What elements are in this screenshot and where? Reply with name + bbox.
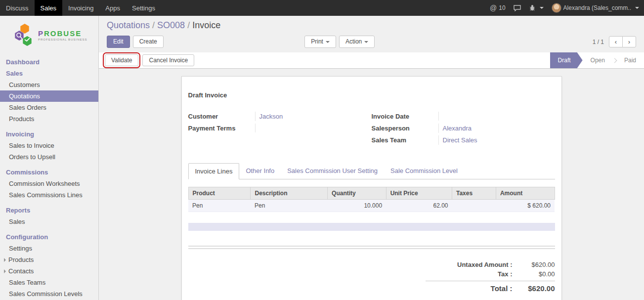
statusbar: Validate Cancel Invoice Draft Open Paid [99, 52, 644, 69]
validate-button[interactable]: Validate [105, 54, 138, 66]
sidebar-item-config-contacts[interactable]: Contacts [0, 265, 98, 277]
sidebar-item-config-products[interactable]: Products [0, 254, 98, 265]
sidebar-item-quotations[interactable]: Quotations [0, 90, 98, 102]
user-menu[interactable]: Alexandra (Sales_comm.. [552, 3, 639, 13]
action-dropdown-button[interactable]: Action [339, 36, 375, 47]
sidebar-item-label: Contacts [8, 267, 34, 275]
sidebar-item-sales-orders[interactable]: Sales Orders [0, 102, 98, 113]
pager-previous-button[interactable]: ‹ [609, 36, 623, 48]
messages-icon[interactable] [514, 5, 521, 11]
breadcrumb: Quotations/SO008/Invoice [107, 20, 636, 31]
app-menu-invoicing[interactable]: Invoicing [62, 0, 99, 16]
sidebar-section-reports[interactable]: Reports [0, 205, 98, 216]
pager: 1 / 1 ‹ › [593, 36, 636, 48]
user-name: Alexandra (Sales_comm.. [563, 4, 631, 11]
sidebar-item-customers[interactable]: Customers [0, 79, 98, 90]
invoice-date-label: Invoice Date [372, 112, 438, 120]
cell-amount: $ 620.00 [496, 200, 555, 212]
sidebar-section-dashboard[interactable]: Dashboard [0, 56, 98, 68]
sidebar-item-orders-to-upsell[interactable]: Orders to Upsell [0, 151, 98, 163]
customer-value[interactable]: Jackson [255, 112, 372, 121]
sidebar-item-sales-to-invoice[interactable]: Sales to Invoice [0, 140, 98, 151]
chevron-down-icon [326, 41, 330, 43]
invoice-title: Draft Invoice [188, 91, 555, 99]
sidebar-item-products[interactable]: Products [0, 113, 98, 125]
action-label: Action [345, 38, 362, 45]
app-menu-settings[interactable]: Settings [126, 0, 161, 16]
sidebar-section-sales[interactable]: Sales [0, 68, 98, 79]
field-group-left: Customer Jackson Payment Terms [188, 112, 372, 147]
column-header-description[interactable]: Description [251, 187, 328, 200]
user-menu-caret-icon [635, 7, 639, 9]
pager-next-button[interactable]: › [622, 36, 636, 48]
chevron-right-icon: › [628, 38, 630, 45]
payment-terms-value[interactable] [255, 124, 372, 132]
cell-description: Pen [251, 200, 328, 212]
print-dropdown-button[interactable]: Print [304, 36, 336, 47]
breadcrumb-quotations[interactable]: Quotations [107, 20, 150, 30]
salesperson-label: Salesperson [372, 124, 438, 132]
totals-block: Untaxed Amount : $620.00 Tax : $0.00 Tot… [426, 260, 555, 294]
debug-menu-icon[interactable] [529, 4, 544, 11]
invoice-lines-table: Product Description Quantity Unit Price … [188, 187, 555, 212]
customer-label: Customer [188, 112, 255, 120]
sidebar-item-label: Products [8, 256, 34, 263]
app-menu-discuss[interactable]: Discuss [0, 0, 35, 16]
list-footer-separator [188, 246, 555, 249]
cell-product: Pen [188, 200, 251, 212]
tab-other-info[interactable]: Other Info [239, 163, 281, 179]
column-header-unit-price[interactable]: Unit Price [386, 187, 452, 200]
sidebar-section-configuration[interactable]: Configuration [0, 231, 98, 243]
sidebar-menu: Dashboard Sales Customers Quotations Sal… [0, 50, 98, 300]
expand-arrow-icon [4, 269, 6, 273]
breadcrumb-separator: / [152, 20, 155, 30]
empty-line-row[interactable] [188, 223, 555, 231]
column-header-taxes[interactable]: Taxes [452, 187, 496, 200]
topbar-systray: @ 10 Alexandra (Sales_comm.. [490, 0, 644, 16]
sidebar-item-reports-sales[interactable]: Sales [0, 216, 98, 227]
total-label: Total : [426, 284, 519, 293]
sidebar-item-settings[interactable]: Settings [0, 243, 98, 254]
payment-terms-label: Payment Terms [188, 124, 255, 132]
sidebar-item-sales-commissions-lines[interactable]: Sales Commissions Lines [0, 189, 98, 201]
state-paid[interactable]: Paid [616, 52, 644, 68]
breadcrumb-so008[interactable]: SO008 [157, 20, 185, 30]
notebook-tabs: Invoice Lines Other Info Sales Commissio… [188, 163, 555, 179]
sidebar-item-sales-commission-levels[interactable]: Sales Commission Levels [0, 288, 98, 300]
cell-unit-price: 62.00 [386, 200, 452, 212]
tax-label: Tax : [426, 270, 519, 278]
logo-name-first: P [38, 29, 44, 38]
breadcrumb-current: Invoice [192, 20, 220, 30]
tab-sale-commission-level[interactable]: Sale Commission Level [384, 163, 464, 179]
secondary-menu-sidebar: PROBUSE PROFESSIONAL BUSINESS Dashboard … [0, 16, 99, 300]
salesperson-value[interactable]: Alexandra [438, 124, 555, 133]
untaxed-amount-label: Untaxed Amount : [426, 261, 519, 268]
sidebar-item-sales-teams[interactable]: Sales Teams [0, 277, 98, 288]
sidebar-section-commissions[interactable]: Commissions [0, 167, 98, 178]
app-menu-apps[interactable]: Apps [99, 0, 126, 16]
table-row[interactable]: Pen Pen 10.000 62.00 $ 620.00 [188, 200, 555, 212]
column-header-quantity[interactable]: Quantity [328, 187, 386, 200]
edit-button[interactable]: Edit [107, 36, 130, 47]
table-header-row: Product Description Quantity Unit Price … [188, 187, 555, 200]
sidebar-item-commission-worksheets[interactable]: Commission Worksheets [0, 178, 98, 189]
user-avatar [552, 3, 561, 13]
sales-team-label: Sales Team [372, 135, 438, 144]
app-menu-sales[interactable]: Sales [35, 0, 63, 16]
column-header-product[interactable]: Product [188, 187, 251, 200]
column-header-amount[interactable]: Amount [496, 187, 555, 200]
cancel-invoice-button[interactable]: Cancel Invoice [142, 54, 194, 66]
invoice-date-value[interactable] [438, 112, 555, 121]
state-draft[interactable]: Draft [550, 52, 583, 68]
sidebar-section-invoicing[interactable]: Invoicing [0, 129, 98, 140]
form-view: Draft Invoice Customer Jackson Payment T… [99, 69, 644, 300]
control-panel: Quotations/SO008/Invoice Edit Create Pri… [99, 16, 644, 52]
tab-sales-commission-user-setting[interactable]: Sales Commission User Setting [281, 163, 384, 179]
state-open[interactable]: Open [583, 52, 613, 68]
company-logo[interactable]: PROBUSE PROFESSIONAL BUSINESS [0, 16, 98, 50]
tab-invoice-lines[interactable]: Invoice Lines [188, 163, 240, 179]
create-button[interactable]: Create [133, 36, 164, 47]
mentions-counter[interactable]: @ 10 [490, 4, 506, 12]
expand-arrow-icon [4, 258, 6, 262]
sales-team-value[interactable]: Direct Sales [438, 135, 555, 145]
